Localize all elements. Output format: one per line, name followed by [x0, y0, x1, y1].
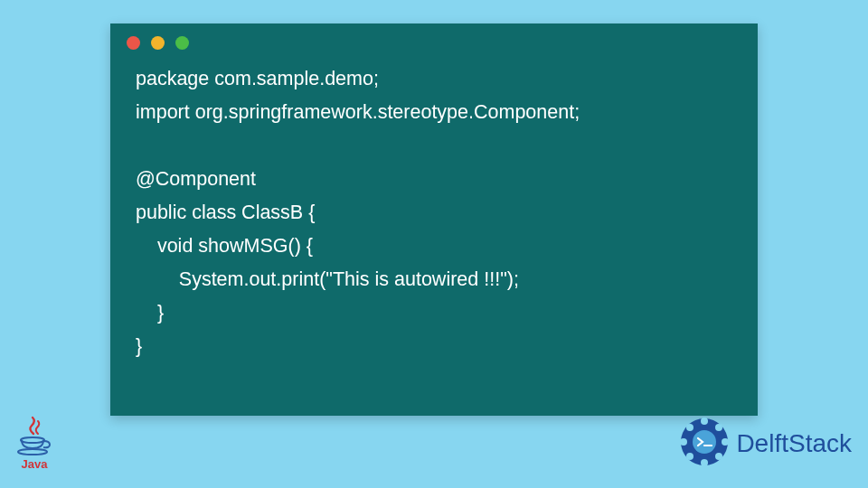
- minimize-icon: [151, 36, 165, 50]
- svg-point-3: [701, 418, 708, 425]
- java-logo-label: Java: [22, 457, 48, 471]
- code-content: package com.sample.demo; import org.spri…: [110, 55, 758, 381]
- svg-point-5: [722, 438, 729, 446]
- svg-point-9: [680, 438, 687, 446]
- java-cup-icon: [16, 416, 52, 455]
- delftstack-label: DelftStack: [736, 429, 852, 458]
- delftstack-logo: DelftStack: [678, 416, 852, 472]
- maximize-icon: [175, 36, 189, 50]
- svg-point-8: [686, 453, 693, 460]
- code-window: package com.sample.demo; import org.spri…: [110, 23, 758, 416]
- svg-point-4: [715, 424, 722, 431]
- svg-point-10: [686, 424, 693, 431]
- close-icon: [127, 36, 140, 50]
- window-controls: [110, 23, 758, 55]
- svg-point-0: [21, 437, 44, 443]
- svg-point-7: [701, 459, 708, 466]
- java-logo: Java: [13, 416, 56, 479]
- svg-point-12: [693, 430, 716, 454]
- delftstack-gear-icon: [678, 416, 731, 472]
- svg-point-6: [715, 453, 722, 460]
- svg-point-1: [18, 449, 47, 455]
